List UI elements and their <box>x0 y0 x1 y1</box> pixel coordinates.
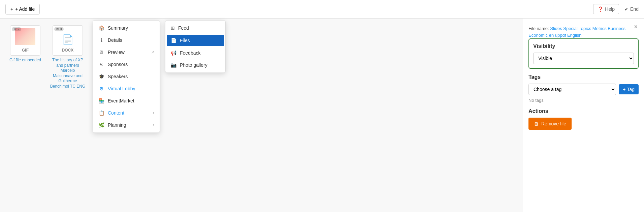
sub-menu-content: ⊞ Feed 📄 Files 📢 Feedback 📷 Photo galler… <box>165 20 226 73</box>
sidebar-item-event-market[interactable]: 🏪 EventMarket <box>93 95 160 107</box>
file-name-row: File name: Slides Special Topics Metrics… <box>528 25 639 38</box>
top-right-actions: ❓ Help ✔ End <box>593 4 639 14</box>
add-file-button[interactable]: + + Add file <box>5 4 40 14</box>
monitor-icon: 🖥 <box>98 49 104 55</box>
sidebar-item-speakers[interactable]: 🎓 Speakers <box>93 70 160 83</box>
trash-icon: 🗑 <box>534 121 539 126</box>
top-bar: + + Add file ❓ Help ✔ End <box>0 0 644 19</box>
external-link-icon: ↗ <box>151 50 154 55</box>
nav-item-label: Virtual Lobby <box>108 86 135 91</box>
visibility-section: Visibility Visible Hidden <box>528 38 639 69</box>
sub-item-feedback[interactable]: 📢 Feedback <box>165 47 225 59</box>
tags-section: Tags Choose a tag + Tag No tags <box>528 74 639 103</box>
nav-item-label: Speakers <box>108 74 128 79</box>
visibility-title: Visibility <box>533 43 634 49</box>
sidebar-item-sponsors[interactable]: € Sponsors <box>93 58 160 70</box>
add-tag-button[interactable]: + Tag <box>619 84 639 94</box>
sidebar-item-preview[interactable]: 🖥 Preview ↗ <box>93 46 160 58</box>
add-file-label: + Add file <box>15 6 35 12</box>
content-icon: 📋 <box>98 110 104 116</box>
info-icon: ℹ <box>98 37 104 43</box>
tag-select[interactable]: Choose a tag <box>528 84 616 95</box>
gif-thumbnail[interactable]: 👁 2 GIF <box>10 25 40 56</box>
badge-number: 0 <box>60 27 62 31</box>
file-list: 👁 2 GIF Gif file embedded 👁 0 📄 DOCX The… <box>7 25 86 89</box>
remove-file-label: Remove file <box>541 121 566 126</box>
eye-icon: 👁 <box>56 27 59 31</box>
home-icon: 🏠 <box>98 25 104 31</box>
graduation-icon: 🎓 <box>98 73 104 80</box>
file-name-prefix: File name: <box>528 26 549 31</box>
close-panel-button[interactable]: × <box>632 23 640 31</box>
nav-item-label: Content <box>108 110 124 116</box>
sub-item-label: Feedback <box>180 50 200 56</box>
camera-icon: 📷 <box>171 62 176 68</box>
planning-icon: 🌿 <box>98 122 104 128</box>
sub-item-label: Feed <box>178 25 189 31</box>
file-ext-label: GIF <box>22 48 29 53</box>
nav-item-label: Sponsors <box>108 62 128 67</box>
sidebar-item-summary[interactable]: 🏠 Summary <box>93 22 160 34</box>
sub-item-label: Photo gallery <box>180 62 207 68</box>
nav-item-label: Summary <box>108 25 128 31</box>
feedback-icon: 📢 <box>171 50 176 56</box>
end-button[interactable]: ✔ End <box>624 6 639 12</box>
badge-number: 2 <box>18 27 20 31</box>
sidebar-item-content[interactable]: 📋 Content › <box>93 107 160 119</box>
gear-icon: ⚙ <box>98 86 104 92</box>
sub-item-files[interactable]: 📄 Files <box>167 35 224 46</box>
plus-icon: + <box>623 87 625 92</box>
help-button[interactable]: ❓ Help <box>593 4 619 14</box>
list-item: 👁 2 GIF Gif file embedded <box>7 25 44 89</box>
nav-menu: 🏠 Summary ℹ Details 🖥 Preview ↗ € Sponso… <box>93 20 160 133</box>
sub-item-feed[interactable]: ⊞ Feed <box>165 22 225 34</box>
chevron-right-icon: › <box>153 111 154 115</box>
eye-icon: 👁 <box>13 27 17 31</box>
no-tags-label: No tags <box>528 98 639 103</box>
feed-icon: ⊞ <box>171 25 175 31</box>
tags-title: Tags <box>528 74 639 80</box>
store-icon: 🏪 <box>98 98 104 104</box>
close-icon: × <box>634 23 638 30</box>
euro-icon: € <box>98 61 104 67</box>
docx-thumbnail[interactable]: 👁 0 📄 DOCX <box>53 25 83 56</box>
sidebar-item-planning[interactable]: 🌿 Planning › <box>93 119 160 131</box>
chevron-right-icon: › <box>153 123 154 127</box>
file-name-label[interactable]: Gif file embedded <box>9 58 41 63</box>
sidebar-item-details[interactable]: ℹ Details <box>93 34 160 46</box>
actions-title: Actions <box>528 108 639 114</box>
file-ext-label: DOCX <box>62 48 74 53</box>
checkmark-icon: ✔ <box>624 6 629 12</box>
nav-item-label: Preview <box>108 50 125 55</box>
help-icon: ❓ <box>598 6 603 12</box>
sidebar-item-virtual-lobby[interactable]: ⚙ Virtual Lobby <box>93 83 160 95</box>
files-icon: 📄 <box>171 38 176 43</box>
end-label: End <box>630 6 639 12</box>
main-content: 👁 2 GIF Gif file embedded 👁 0 📄 DOCX The… <box>0 19 644 212</box>
tag-btn-label: Tag <box>627 87 635 92</box>
nav-item-label: Planning <box>108 122 126 128</box>
add-icon: + <box>10 6 13 12</box>
badge-count: 👁 2 <box>12 27 21 31</box>
list-item: 👁 0 📄 DOCX The history of XP and partner… <box>49 25 86 89</box>
help-label: Help <box>605 6 615 12</box>
nav-item-label: EventMarket <box>108 98 134 103</box>
right-panel: × File name: Slides Special Topics Metri… <box>523 19 644 212</box>
visibility-select[interactable]: Visible Hidden <box>533 53 634 64</box>
file-name-label[interactable]: The history of XP and partners Marcelo M… <box>49 58 86 89</box>
remove-file-button[interactable]: 🗑 Remove file <box>528 118 572 130</box>
badge-count: 👁 0 <box>54 27 64 31</box>
actions-section: Actions 🗑 Remove file <box>528 108 639 130</box>
tags-row: Choose a tag + Tag <box>528 84 639 95</box>
sub-item-label: Files <box>180 38 190 43</box>
sub-item-photo-gallery[interactable]: 📷 Photo gallery <box>165 59 225 71</box>
nav-item-label: Details <box>108 37 122 43</box>
